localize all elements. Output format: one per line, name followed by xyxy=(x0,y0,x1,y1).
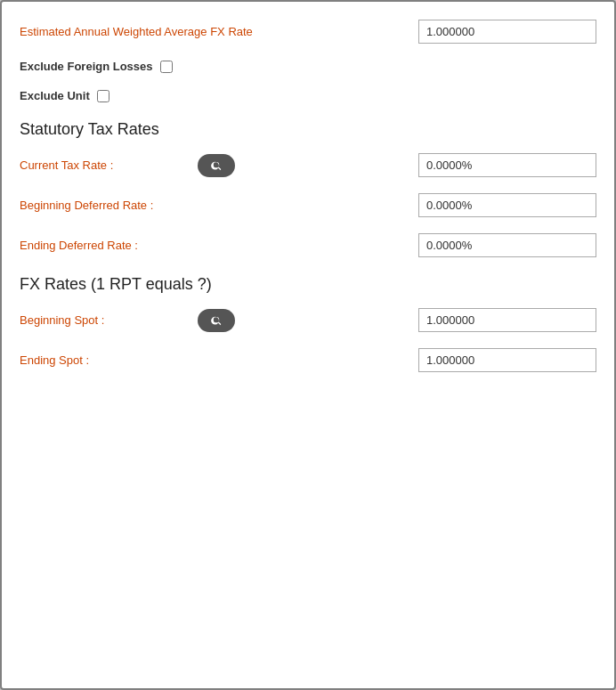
beginning-deferred-rate-input[interactable] xyxy=(418,193,596,217)
beginning-spot-search-button[interactable] xyxy=(198,309,235,332)
beginning-deferred-rate-row: Beginning Deferred Rate : xyxy=(20,193,596,217)
fx-rates-section-title: FX Rates (1 RPT equals ?) xyxy=(20,275,596,294)
current-tax-rate-input[interactable] xyxy=(418,153,596,177)
fx-rate-input[interactable] xyxy=(418,20,596,44)
exclude-foreign-losses-label: Exclude Foreign Losses xyxy=(20,60,153,73)
exclude-unit-checkbox[interactable] xyxy=(97,90,109,102)
ending-spot-label: Ending Spot : xyxy=(20,353,180,367)
current-tax-rate-label: Current Tax Rate : xyxy=(20,158,180,172)
statutory-section-title: Statutory Tax Rates xyxy=(20,120,596,139)
exclude-foreign-losses-row: Exclude Foreign Losses xyxy=(20,60,596,73)
exclude-unit-row: Exclude Unit xyxy=(20,89,596,102)
search-icon xyxy=(210,314,223,327)
exclude-unit-label: Exclude Unit xyxy=(20,89,90,102)
current-tax-rate-search-button[interactable] xyxy=(198,154,235,177)
exclude-foreign-losses-checkbox[interactable] xyxy=(160,61,173,73)
beginning-spot-row: Beginning Spot : xyxy=(20,308,596,332)
current-tax-rate-row: Current Tax Rate : xyxy=(20,153,596,177)
beginning-spot-input[interactable] xyxy=(418,308,596,332)
beginning-spot-label: Beginning Spot : xyxy=(20,313,180,327)
main-container: Estimated Annual Weighted Average FX Rat… xyxy=(0,0,616,690)
search-icon xyxy=(210,159,223,172)
ending-deferred-rate-row: Ending Deferred Rate : xyxy=(20,233,596,257)
fx-rate-label: Estimated Annual Weighted Average FX Rat… xyxy=(20,25,253,38)
fx-rate-row: Estimated Annual Weighted Average FX Rat… xyxy=(20,20,596,44)
beginning-deferred-rate-label: Beginning Deferred Rate : xyxy=(20,199,180,212)
ending-deferred-rate-input[interactable] xyxy=(418,233,596,257)
ending-spot-input[interactable] xyxy=(418,348,596,372)
ending-deferred-rate-label: Ending Deferred Rate : xyxy=(20,239,180,252)
ending-spot-row: Ending Spot : xyxy=(20,348,596,372)
